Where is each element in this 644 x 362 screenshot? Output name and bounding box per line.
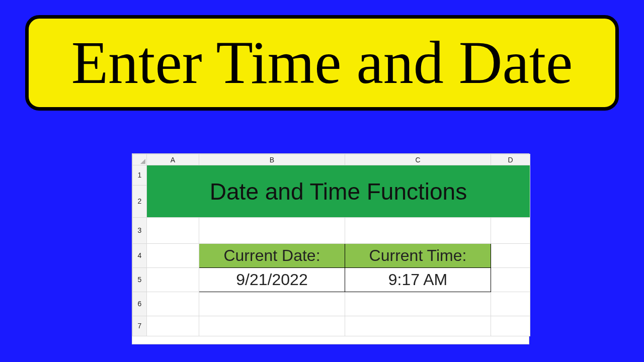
cell-d4[interactable] (491, 244, 530, 268)
row-header-3[interactable]: 3 (133, 218, 147, 244)
cell-d5[interactable] (491, 268, 530, 292)
cell-b7[interactable] (199, 316, 345, 336)
cell-a6[interactable] (147, 292, 199, 316)
cell-d6[interactable] (491, 292, 530, 316)
cell-b6[interactable] (199, 292, 345, 316)
cell-c3[interactable] (345, 218, 491, 244)
select-all-corner[interactable] (133, 154, 147, 165)
merged-title-cell[interactable]: Date and Time Functions (147, 165, 530, 218)
cell-d3[interactable] (491, 218, 530, 244)
cell-a5[interactable] (147, 268, 199, 292)
row-header-4[interactable]: 4 (133, 244, 147, 268)
cell-c7[interactable] (345, 316, 491, 336)
row-header-7[interactable]: 7 (133, 316, 147, 336)
row-header-2[interactable]: 2 (133, 186, 147, 218)
row-header-6[interactable]: 6 (133, 292, 147, 316)
row-header-1[interactable]: 1 (133, 165, 147, 186)
sheet-title: Date and Time Functions (147, 178, 530, 205)
page-title: Enter Time and Date (71, 33, 573, 93)
cell-a4[interactable] (147, 244, 199, 268)
col-header-d[interactable]: D (491, 154, 530, 165)
col-header-c[interactable]: C (345, 154, 491, 165)
cell-b4-current-date-label[interactable]: Current Date: (199, 244, 345, 268)
cell-c5-current-time-value[interactable]: 9:17 AM (345, 268, 491, 292)
cell-a3[interactable] (147, 218, 199, 244)
col-header-b[interactable]: B (199, 154, 345, 165)
cell-b5-current-date-value[interactable]: 9/21/2022 (199, 268, 345, 292)
cell-a7[interactable] (147, 316, 199, 336)
col-header-a[interactable]: A (147, 154, 199, 165)
spreadsheet[interactable]: A B C D 1 Date and Time Functions 2 3 4 … (132, 153, 529, 344)
cell-c6[interactable] (345, 292, 491, 316)
title-banner: Enter Time and Date (25, 15, 619, 111)
cell-b3[interactable] (199, 218, 345, 244)
cell-c4-current-time-label[interactable]: Current Time: (345, 244, 491, 268)
row-header-5[interactable]: 5 (133, 268, 147, 292)
grid: A B C D 1 Date and Time Functions 2 3 4 … (132, 154, 530, 336)
cell-d7[interactable] (491, 316, 530, 336)
